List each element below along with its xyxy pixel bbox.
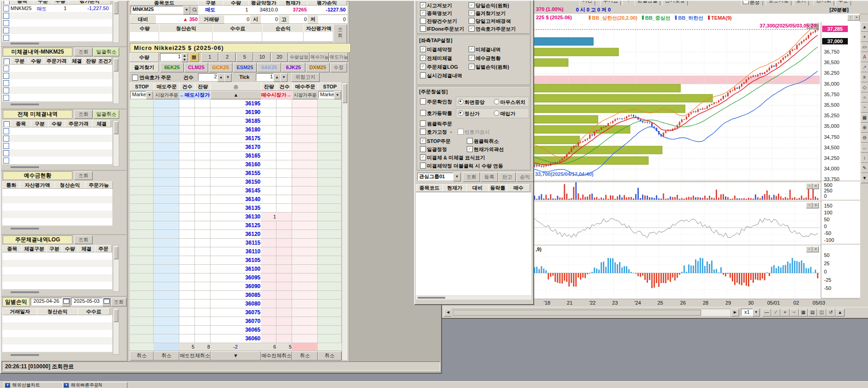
side-tool-icon[interactable]: ◇ [861, 82, 868, 93]
sell-qty-cell[interactable] [195, 152, 210, 160]
watch-action-button[interactable]: 조회 [463, 172, 480, 182]
sell-count-cell[interactable] [179, 247, 195, 256]
buy-count-cell[interactable] [276, 230, 292, 239]
sell-stop-cell[interactable] [130, 247, 154, 256]
buy-order-cell[interactable] [292, 273, 318, 282]
buy-order-cell[interactable] [292, 317, 318, 326]
side-tool-icon[interactable]: + [861, 32, 868, 42]
sell-qty-cell[interactable] [195, 291, 210, 300]
sell-qty-cell[interactable] [195, 230, 210, 239]
pane-restore-icon[interactable]: ▫ [806, 246, 813, 252]
sell-stop-cell[interactable] [130, 282, 154, 291]
toolbar-checkbox[interactable] [743, 0, 749, 4]
buy-count-cell[interactable] [276, 99, 292, 108]
chart-tool-icon[interactable]: − [790, 309, 799, 317]
buy-count-cell[interactable] [276, 160, 292, 169]
sell-count-cell[interactable] [179, 178, 195, 186]
buy-qty-cell[interactable] [261, 152, 276, 160]
quick-qty-button[interactable]: 20 [271, 53, 288, 62]
buy-count-cell[interactable] [276, 273, 292, 282]
side-tool-icon[interactable]: A [861, 52, 868, 62]
buy-qty-cell[interactable] [261, 239, 276, 247]
buy-order-cell[interactable] [292, 213, 318, 221]
buy-qty-cell[interactable] [261, 126, 276, 134]
favorite-symbol-button[interactable]: CLM25 [184, 63, 208, 72]
sell-order-cell[interactable] [154, 152, 179, 160]
buy-order-cell[interactable] [292, 126, 318, 134]
buy-order-cell[interactable] [292, 117, 318, 126]
buy-count-cell[interactable] [276, 256, 292, 265]
buy-qty-cell[interactable] [261, 160, 276, 169]
settings-checkbox[interactable] [420, 129, 426, 135]
qty-option-button[interactable]: 매도가능 [329, 53, 348, 62]
sell-stop-cell[interactable] [130, 308, 154, 317]
sell-stop-cell[interactable] [130, 186, 154, 195]
favorites-edit-button[interactable]: 수정 [330, 63, 347, 72]
buy-count-cell[interactable] [276, 317, 292, 326]
taskbar-item[interactable]: 해외선물차트f [4, 382, 69, 388]
side-tool-icon[interactable]: ⊖ [861, 133, 868, 143]
settings-checkbox[interactable]: ✓ [469, 46, 475, 52]
buy-stop-cell[interactable] [318, 178, 342, 186]
scroll-down-button[interactable]: ▼ [210, 351, 261, 361]
buy-order-cell[interactable] [292, 282, 318, 291]
sell-qty-cell[interactable] [195, 273, 210, 282]
settings-checkbox[interactable]: ✓ [469, 2, 475, 8]
chart-tool-icon[interactable]: ↺ [826, 309, 835, 317]
sell-order-cell[interactable] [154, 326, 179, 334]
side-tool-icon[interactable]: ↔ [861, 143, 868, 153]
sell-order-cell[interactable] [154, 291, 179, 300]
radio-button[interactable] [458, 99, 464, 104]
risk-notice-button[interactable]: 위험고지 [291, 73, 320, 82]
buy-stop-cell[interactable] [318, 326, 342, 334]
sell-stop-cell[interactable] [130, 317, 154, 326]
sell-count-cell[interactable] [179, 308, 195, 317]
sell-qty-cell[interactable] [195, 143, 210, 152]
sell-qty-cell[interactable] [195, 247, 210, 256]
sell-order-cell[interactable] [154, 334, 179, 343]
buy-order-cell[interactable] [292, 169, 318, 178]
sell-order-cell[interactable] [154, 308, 179, 317]
sell-order-cell[interactable] [154, 282, 179, 291]
chart-h-scrollbar[interactable] [451, 309, 731, 317]
sell-stop-cell[interactable] [130, 126, 154, 134]
sell-order-cell[interactable] [154, 300, 179, 308]
buy-order-cell[interactable] [292, 291, 318, 300]
buy-count-cell[interactable] [276, 204, 292, 213]
sell-count-cell[interactable] [179, 213, 195, 221]
buy-stop-cell[interactable] [318, 265, 342, 273]
sell-qty-cell[interactable] [195, 213, 210, 221]
radio-button[interactable] [494, 99, 499, 104]
buy-stop-cell[interactable] [318, 204, 342, 213]
buy-order-cell[interactable] [292, 247, 318, 256]
pane-close-icon[interactable]: × [813, 246, 819, 252]
sell-qty-cell[interactable] [195, 108, 210, 117]
buy-order-cell[interactable] [292, 108, 318, 117]
sell-market-order-button[interactable]: 시장가주문 [154, 91, 180, 99]
ladder-scroll-thumb[interactable] [343, 84, 347, 103]
buy-order-cell[interactable] [292, 152, 318, 160]
qty-field[interactable]: 1 [160, 53, 182, 61]
buy-order-cell[interactable] [292, 256, 318, 265]
sell-order-cell[interactable] [154, 178, 179, 186]
sell-qty-cell[interactable] [195, 204, 210, 213]
qty-option-button[interactable]: 매수가능 [310, 53, 329, 62]
tick-down-icon[interactable]: ▼ [280, 73, 287, 82]
chevron-down-icon[interactable]: ▼ [334, 91, 341, 99]
sell-qty-cell[interactable] [195, 134, 210, 143]
favorite-symbol-button[interactable]: 6EK25 [160, 63, 184, 72]
chart-tool-icon[interactable]: ▲ [835, 309, 845, 317]
buy-order-cell[interactable] [292, 186, 318, 195]
quick-qty-button[interactable]: 5 [236, 53, 253, 62]
buy-stop-cell[interactable] [318, 317, 342, 326]
buy-count-cell[interactable] [276, 265, 292, 273]
chart-tool-icon[interactable]: ▤ [808, 309, 817, 317]
buy-order-cell[interactable] [292, 326, 318, 334]
sell-order-cell[interactable] [154, 108, 179, 117]
buy-stop-combo-field[interactable]: Market [318, 91, 335, 98]
cancel-buy-stop-button[interactable]: 취소 [318, 351, 342, 361]
buy-stop-cell[interactable] [318, 256, 342, 265]
sell-stop-cell[interactable] [130, 195, 154, 204]
settings-checkbox[interactable]: ✓ [469, 10, 475, 16]
buy-stop-cell[interactable] [318, 291, 342, 300]
